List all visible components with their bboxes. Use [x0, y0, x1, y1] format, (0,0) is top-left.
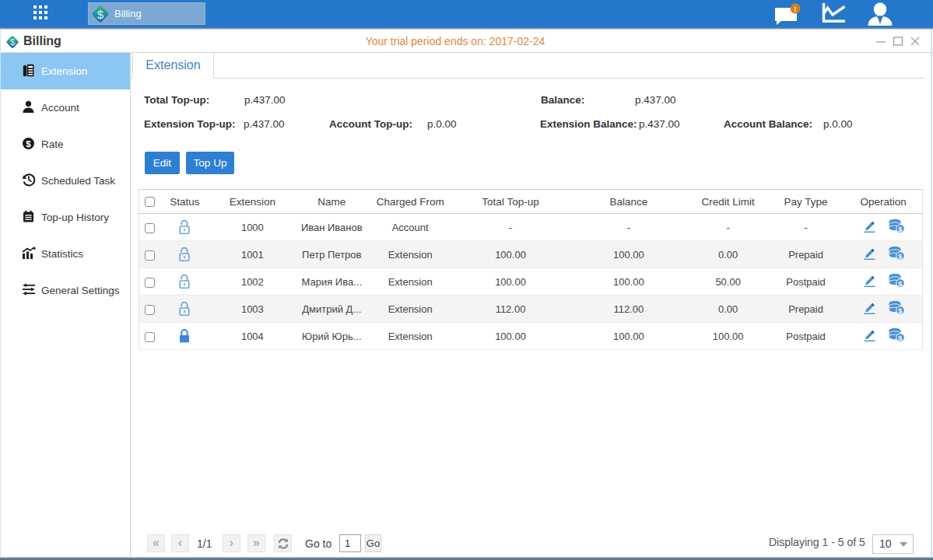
- svg-text:$: $: [26, 138, 31, 148]
- svg-text:$: $: [898, 334, 903, 342]
- svg-text:$: $: [898, 252, 903, 261]
- svg-text:$: $: [898, 279, 903, 288]
- svg-text:!: !: [794, 5, 797, 13]
- svg-text:$: $: [898, 225, 903, 233]
- svg-text:$: $: [898, 306, 903, 315]
- svg-text:$: $: [97, 7, 104, 20]
